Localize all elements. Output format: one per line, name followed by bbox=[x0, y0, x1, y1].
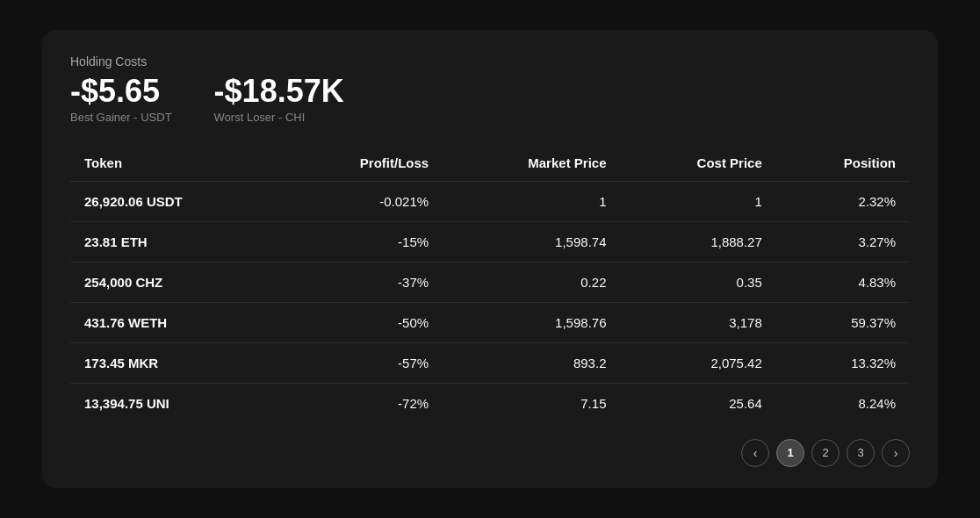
cell-5-0: 13,394.75 UNI bbox=[70, 383, 281, 423]
cell-4-0: 173.45 MKR bbox=[70, 342, 281, 383]
cell-4-2: 893.2 bbox=[443, 342, 620, 383]
col-cost-price: Cost Price bbox=[620, 145, 775, 182]
cell-5-4: 8.24% bbox=[776, 383, 910, 423]
cell-1-1: -15% bbox=[281, 221, 443, 262]
col-profit-loss: Profit/Loss bbox=[281, 145, 443, 182]
pagination: ‹ 1 2 3 › bbox=[70, 439, 910, 467]
page-1-button[interactable]: 1 bbox=[776, 439, 804, 467]
table-row: 26,920.06 USDT-0.021%112.32% bbox=[70, 181, 910, 221]
cell-3-1: -50% bbox=[281, 302, 443, 342]
next-page-button[interactable]: › bbox=[882, 439, 910, 467]
cell-5-2: 7.15 bbox=[443, 383, 620, 423]
cell-3-0: 431.76 WETH bbox=[70, 302, 281, 342]
best-gainer-value: -$5.65 bbox=[70, 74, 172, 109]
prev-page-button[interactable]: ‹ bbox=[741, 439, 769, 467]
cell-1-3: 1,888.27 bbox=[620, 221, 775, 262]
col-market-price: Market Price bbox=[443, 145, 620, 182]
table-row: 23.81 ETH-15%1,598.741,888.273.27% bbox=[70, 221, 910, 262]
cell-1-4: 3.27% bbox=[776, 221, 910, 262]
cell-2-3: 0.35 bbox=[620, 262, 775, 302]
main-card: Holding Costs -$5.65 Best Gainer - USDT … bbox=[42, 30, 938, 488]
best-gainer-item: -$5.65 Best Gainer - USDT bbox=[70, 74, 172, 124]
cell-1-0: 23.81 ETH bbox=[70, 221, 281, 262]
cell-0-3: 1 bbox=[620, 181, 775, 221]
holdings-table: Token Profit/Loss Market Price Cost Pric… bbox=[70, 145, 910, 423]
page-2-button[interactable]: 2 bbox=[811, 439, 839, 467]
table-row: 431.76 WETH-50%1,598.763,17859.37% bbox=[70, 302, 910, 342]
cell-4-4: 13.32% bbox=[776, 342, 910, 383]
table-row: 173.45 MKR-57%893.22,075.4213.32% bbox=[70, 342, 910, 383]
cell-4-1: -57% bbox=[281, 342, 443, 383]
table-row: 13,394.75 UNI-72%7.1525.648.24% bbox=[70, 383, 910, 423]
cell-3-2: 1,598.76 bbox=[443, 302, 620, 342]
summary-row: -$5.65 Best Gainer - USDT -$18.57K Worst… bbox=[70, 74, 910, 124]
cell-4-3: 2,075.42 bbox=[620, 342, 775, 383]
table-row: 254,000 CHZ-37%0.220.354.83% bbox=[70, 262, 910, 302]
worst-loser-item: -$18.57K Worst Loser - CHI bbox=[214, 74, 344, 124]
worst-loser-value: -$18.57K bbox=[214, 74, 344, 109]
best-gainer-label: Best Gainer - USDT bbox=[70, 111, 172, 124]
cell-2-4: 4.83% bbox=[776, 262, 910, 302]
cell-2-2: 0.22 bbox=[443, 262, 620, 302]
col-token: Token bbox=[70, 145, 281, 182]
cell-0-4: 2.32% bbox=[776, 181, 910, 221]
cell-5-1: -72% bbox=[281, 383, 443, 423]
col-position: Position bbox=[776, 145, 910, 182]
cell-1-2: 1,598.74 bbox=[443, 221, 620, 262]
cell-3-3: 3,178 bbox=[620, 302, 775, 342]
page-3-button[interactable]: 3 bbox=[847, 439, 875, 467]
cell-2-0: 254,000 CHZ bbox=[70, 262, 281, 302]
cell-3-4: 59.37% bbox=[776, 302, 910, 342]
holding-costs-label: Holding Costs bbox=[70, 54, 910, 68]
table-header-row: Token Profit/Loss Market Price Cost Pric… bbox=[70, 145, 910, 182]
worst-loser-label: Worst Loser - CHI bbox=[214, 111, 344, 124]
cell-0-0: 26,920.06 USDT bbox=[70, 181, 281, 221]
cell-2-1: -37% bbox=[281, 262, 443, 302]
cell-5-3: 25.64 bbox=[620, 383, 775, 423]
cell-0-1: -0.021% bbox=[281, 181, 443, 221]
cell-0-2: 1 bbox=[443, 181, 620, 221]
